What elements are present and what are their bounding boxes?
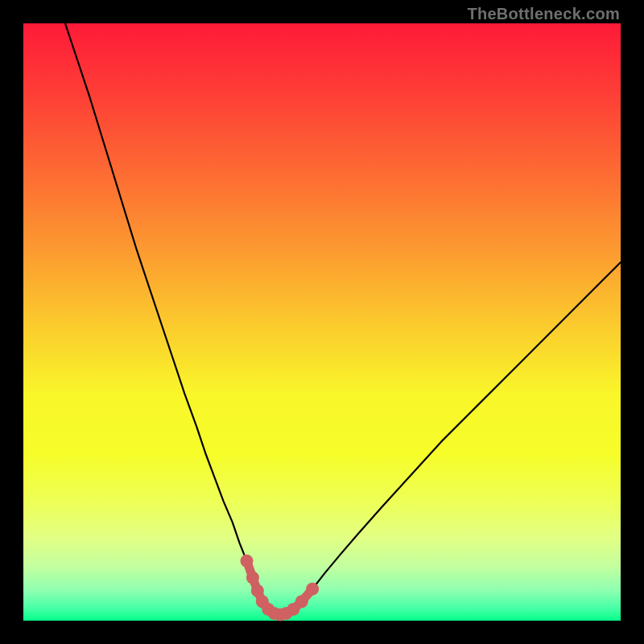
floor-marker-dot [306,583,319,596]
watermark-text: TheBottleneck.com [467,5,620,23]
chart-frame: TheBottleneck.com [0,0,644,644]
curve-layer [23,23,621,621]
bottleneck-curve [65,23,621,615]
bottleneck-floor-marker-dots [241,555,320,621]
floor-marker-dot [246,572,259,584]
floor-marker-dot [241,555,254,568]
floor-marker-dot [295,595,308,608]
